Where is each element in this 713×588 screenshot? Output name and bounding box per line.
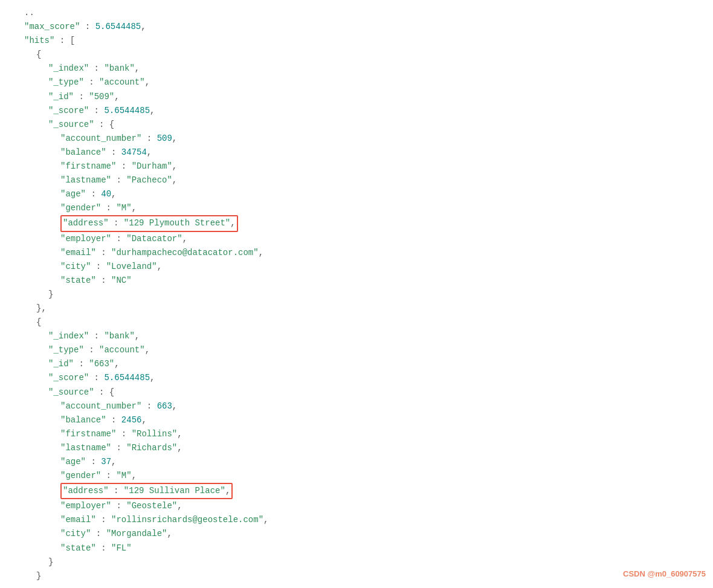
code-token: : — [101, 471, 116, 480]
code-token: , — [177, 443, 182, 453]
code-token: "address" — [63, 486, 109, 496]
code-token: : — [89, 63, 104, 73]
code-token: "Morgandale" — [106, 529, 167, 538]
code-token: "city" — [60, 262, 91, 271]
code-token: "city" — [60, 529, 91, 538]
code-token: "_type" — [48, 77, 84, 87]
code-line: "_index" : "bank", — [12, 329, 701, 343]
code-token: "_id" — [48, 359, 74, 369]
code-token: : — [80, 22, 95, 31]
code-token: "firstname" — [60, 161, 116, 171]
code-token: , — [111, 457, 116, 467]
code-token: : — [84, 77, 99, 87]
code-token: , — [230, 218, 235, 228]
code-token: : — [96, 248, 111, 257]
code-token: "account_number" — [60, 134, 141, 143]
code-token: "Loveland" — [106, 262, 157, 271]
code-token: "Pacheco" — [126, 175, 172, 185]
code-token: "129 Plymouth Street" — [124, 218, 230, 228]
code-token: , — [157, 262, 162, 271]
code-token: : [ — [54, 36, 75, 45]
code-token: , — [132, 471, 137, 480]
code-line: "city" : "Morgandale", — [12, 527, 701, 541]
code-line: "address" : "129 Plymouth Street", — [12, 215, 701, 231]
code-token: "gender" — [60, 203, 101, 213]
code-token: 509 — [157, 134, 172, 143]
code-token: : — [109, 218, 124, 228]
code-token: 37 — [101, 457, 111, 467]
code-token: "_source" — [48, 120, 94, 129]
code-token: "M" — [116, 471, 131, 480]
code-block: .."max_score" : 5.6544485,"hits" : [{"_i… — [12, 6, 701, 583]
code-token: , — [141, 415, 146, 425]
code-token: "Durham" — [132, 161, 172, 171]
code-line: "gender" : "M", — [12, 201, 701, 215]
code-token: : — [111, 175, 126, 185]
code-token: , — [177, 429, 182, 439]
code-token: { — [36, 317, 41, 327]
code-token: : — [96, 276, 111, 285]
code-token: "email" — [60, 515, 96, 525]
code-token: "bank" — [104, 63, 134, 73]
code-token: : — [91, 529, 106, 538]
code-line: "_type" : "account", — [12, 343, 701, 357]
code-token: 5.6544485 — [104, 373, 150, 383]
code-token: "hits" — [24, 36, 54, 45]
code-token: 5.6544485 — [104, 106, 150, 115]
code-token: "email" — [60, 248, 96, 257]
code-token: : { — [94, 120, 115, 129]
code-token: : — [101, 203, 116, 213]
code-line: "_score" : 5.6544485, — [12, 371, 701, 385]
code-token: "balance" — [60, 147, 106, 157]
code-token: , — [132, 203, 137, 213]
code-token: "_index" — [48, 63, 89, 73]
highlight-box: "address" : "129 Sullivan Place", — [60, 483, 233, 499]
code-token: "account" — [99, 345, 145, 355]
code-token: , — [167, 529, 172, 538]
code-token: : — [86, 457, 101, 467]
code-token: : — [111, 501, 126, 511]
code-token: "663" — [89, 359, 114, 369]
code-token: : — [91, 262, 106, 271]
code-token: , — [147, 147, 152, 157]
code-line: "email" : "durhampacheco@datacator.com", — [12, 246, 701, 260]
code-token: : — [106, 147, 121, 157]
code-line: "firstname" : "Durham", — [12, 160, 701, 173]
code-line: }, — [12, 302, 701, 315]
code-line: } — [12, 555, 701, 569]
code-token: : — [96, 543, 111, 553]
code-token: : — [74, 359, 89, 369]
code-token: : — [116, 161, 131, 171]
code-token: : — [111, 443, 126, 453]
code-token: "gender" — [60, 471, 101, 480]
code-token: "FL" — [111, 543, 132, 553]
code-token: { — [36, 50, 41, 59]
highlight-box: "address" : "129 Plymouth Street", — [60, 215, 238, 231]
code-token: : — [89, 106, 104, 115]
code-token: , — [172, 134, 177, 143]
code-line: { — [12, 48, 701, 62]
code-line: "_id" : "663", — [12, 357, 701, 371]
code-token: , — [111, 189, 116, 199]
code-token: : { — [94, 387, 115, 397]
code-token: "lastname" — [60, 175, 111, 185]
code-line: "address" : "129 Sullivan Place", — [12, 483, 701, 499]
code-token: } — [48, 289, 53, 299]
code-line: "employer" : "Geostele", — [12, 499, 701, 513]
code-line: "account_number" : 509, — [12, 132, 701, 146]
code-line: "hits" : [ — [12, 34, 701, 48]
code-token: , — [263, 515, 268, 525]
code-token: : — [111, 234, 126, 244]
code-token: , — [145, 77, 150, 87]
code-token: "Rollins" — [132, 429, 178, 439]
code-line: "balance" : 34754, — [12, 146, 701, 160]
code-token: , — [225, 486, 230, 496]
code-line: "_score" : 5.6544485, — [12, 104, 701, 118]
code-token: "Datacator" — [126, 234, 182, 244]
code-token: : — [84, 345, 99, 355]
code-token: 34754 — [121, 147, 147, 157]
code-token: } — [36, 571, 41, 581]
code-token: 40 — [101, 189, 111, 199]
code-line: "max_score" : 5.6544485, — [12, 20, 701, 34]
code-token: , — [177, 501, 182, 511]
